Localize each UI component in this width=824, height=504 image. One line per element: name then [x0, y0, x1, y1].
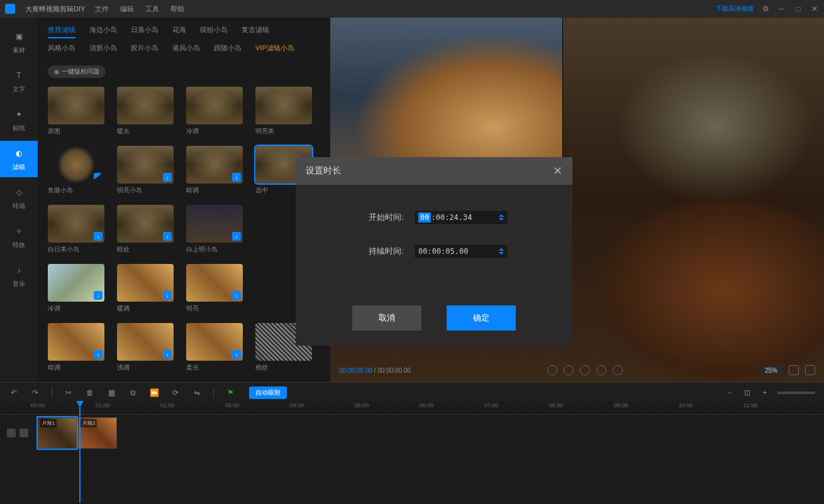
effect-item[interactable]: ↓鱼眼小岛: [48, 146, 104, 195]
effect-thumbnail: ↓: [186, 205, 243, 243]
spinner-down-icon[interactable]: [499, 252, 504, 255]
sidebar-item-music[interactable]: ♪ 音乐: [0, 258, 38, 294]
title-bar: 大黄蜂视频剪辑DIY 文件 编辑 工具 帮助 下载高清视频 ⚙ ─ □ ✕: [0, 0, 824, 18]
fullscreen-icon[interactable]: [805, 365, 815, 375]
copy-icon[interactable]: ⧉: [128, 388, 138, 398]
menu-edit[interactable]: 编辑: [120, 4, 134, 14]
download-badge-icon: ↓: [163, 232, 172, 241]
snapshot-icon[interactable]: [789, 365, 799, 375]
rotate-icon[interactable]: ⟳: [170, 388, 181, 398]
effect-tab[interactable]: 胶片小岛: [131, 43, 159, 55]
spinner-down-icon[interactable]: [499, 218, 504, 221]
effect-item[interactable]: 冷调: [186, 87, 243, 136]
effect-item[interactable]: ↓暗处: [117, 205, 174, 254]
timeline-clip-2[interactable]: 片段2: [78, 417, 117, 449]
timeline[interactable]: 00:0001:0002:0003:0004:0005:0006:0007:00…: [0, 402, 824, 503]
settings-icon[interactable]: ⚙: [761, 4, 770, 13]
one-click-pill[interactable]: ⊗ 一键版权问题: [48, 65, 106, 78]
timeline-ruler[interactable]: 00:0001:0002:0003:0004:0005:0006:0007:00…: [0, 402, 824, 415]
effect-item[interactable]: ↓柔光: [186, 323, 243, 372]
menu-bar: 文件 编辑 工具 帮助: [95, 4, 184, 14]
duration-input[interactable]: 00:00:05.00: [414, 244, 508, 259]
timeline-clip-1[interactable]: 片段1: [38, 417, 77, 449]
sidebar-item-transition[interactable]: ◇ 转场: [0, 180, 38, 216]
sidebar-item-effects[interactable]: ✧ 特效: [0, 219, 38, 255]
close-icon[interactable]: ✕: [810, 4, 819, 13]
export-hint[interactable]: 下载高清视频: [716, 4, 754, 13]
playhead[interactable]: [79, 402, 81, 503]
zoom-slider[interactable]: [777, 392, 815, 394]
effect-tab[interactable]: 缤纷小岛: [200, 25, 228, 38]
effect-item[interactable]: ↓浅调: [117, 323, 174, 372]
preview-inset: [330, 18, 563, 175]
undo-icon[interactable]: ↶: [9, 388, 19, 398]
start-time-input[interactable]: 00:00:24.34: [414, 210, 508, 225]
effect-item[interactable]: ↓明亮小岛: [117, 146, 174, 195]
delete-icon[interactable]: 🗑: [85, 388, 95, 398]
maximize-icon[interactable]: □: [794, 4, 803, 13]
zoom-out-icon[interactable]: −: [725, 388, 735, 398]
effect-thumbnail: [186, 87, 243, 124]
effect-tab[interactable]: 港风小岛: [172, 43, 200, 55]
play-icon[interactable]: [564, 365, 574, 375]
sidebar-item-text[interactable]: T 文字: [0, 63, 38, 99]
effect-thumbnail: [255, 87, 312, 124]
menu-file[interactable]: 文件: [95, 4, 109, 14]
loop-icon[interactable]: [613, 365, 623, 375]
redo-icon[interactable]: ↷: [30, 388, 40, 398]
effect-item[interactable]: ↓白上明小岛: [186, 205, 243, 254]
video-track[interactable]: 片段1 片段2: [38, 417, 117, 449]
left-sidebar: ▣ 素材 T 文字 ✦ 贴纸 ◐ 滤镜 ◇ 转场 ✧ 特效 ♪ 音乐: [0, 18, 38, 382]
effect-item[interactable]: 原图: [48, 87, 104, 136]
effect-item[interactable]: ↓暗调: [48, 323, 104, 372]
effect-label: 冷调: [186, 127, 243, 136]
effect-tab[interactable]: 跟随小岛: [214, 43, 242, 55]
marker-icon[interactable]: ⚑: [225, 388, 235, 398]
effect-label: 浅调: [117, 363, 174, 372]
zoom-in-icon[interactable]: +: [760, 388, 770, 398]
effect-tab[interactable]: 复古滤镜: [242, 25, 269, 38]
prev-frame-icon[interactable]: [547, 365, 557, 375]
effect-tab[interactable]: 推荐滤镜: [48, 25, 75, 38]
effect-tab[interactable]: VIP滤镜小岛: [255, 43, 294, 55]
effect-item[interactable]: ↓白日美小岛: [48, 205, 104, 254]
minimize-icon[interactable]: ─: [777, 4, 786, 13]
effect-label: 原图: [48, 127, 104, 136]
dialog-close-icon[interactable]: ✕: [553, 164, 562, 178]
split-icon[interactable]: ✂: [64, 388, 74, 398]
ruler-mark: 04:00: [290, 402, 304, 408]
effect-tab[interactable]: 海边小岛: [89, 25, 117, 38]
effect-tab[interactable]: 日落小岛: [131, 25, 159, 38]
sidebar-item-sticker[interactable]: ✦ 贴纸: [0, 102, 38, 138]
sidebar-item-media[interactable]: ▣ 素材: [0, 24, 38, 60]
effect-item[interactable]: 明亮美: [255, 87, 312, 136]
menu-help[interactable]: 帮助: [170, 4, 184, 14]
crop-icon[interactable]: ▦: [106, 388, 116, 398]
stop-icon[interactable]: [596, 365, 606, 375]
spinner-up-icon[interactable]: [499, 248, 504, 251]
next-frame-icon[interactable]: [580, 365, 590, 375]
effect-item[interactable]: 暖光: [117, 87, 174, 136]
effect-item[interactable]: ↓暖调: [117, 264, 174, 313]
effect-thumbnail: [48, 87, 104, 124]
mirror-icon[interactable]: ⇋: [192, 388, 202, 398]
effect-thumbnail: ↓: [48, 205, 104, 243]
ruler-mark: 06:00: [420, 402, 434, 408]
effect-item[interactable]: ↓明亮: [186, 264, 243, 313]
ok-button[interactable]: 确定: [447, 305, 516, 331]
effect-tab[interactable]: 花海: [172, 25, 186, 38]
effect-item[interactable]: ↓暗调: [186, 146, 243, 195]
effect-tab[interactable]: 清新小岛: [89, 43, 117, 55]
effect-tab[interactable]: 风格小岛: [48, 43, 75, 55]
effect-item[interactable]: ↓冷调: [48, 264, 104, 313]
eye-icon[interactable]: [19, 429, 28, 437]
zoom-level[interactable]: 25%: [760, 366, 782, 375]
menu-tools[interactable]: 工具: [145, 4, 159, 14]
lock-icon[interactable]: [7, 429, 16, 437]
spinner-up-icon[interactable]: [499, 214, 504, 217]
speed-icon[interactable]: ⏩: [149, 388, 159, 398]
cancel-button[interactable]: 取消: [352, 305, 421, 331]
zoom-fit-icon[interactable]: ⊡: [742, 388, 752, 398]
sidebar-item-filter[interactable]: ◐ 滤镜: [0, 141, 38, 177]
auto-snap-button[interactable]: 自动吸附: [249, 386, 287, 399]
